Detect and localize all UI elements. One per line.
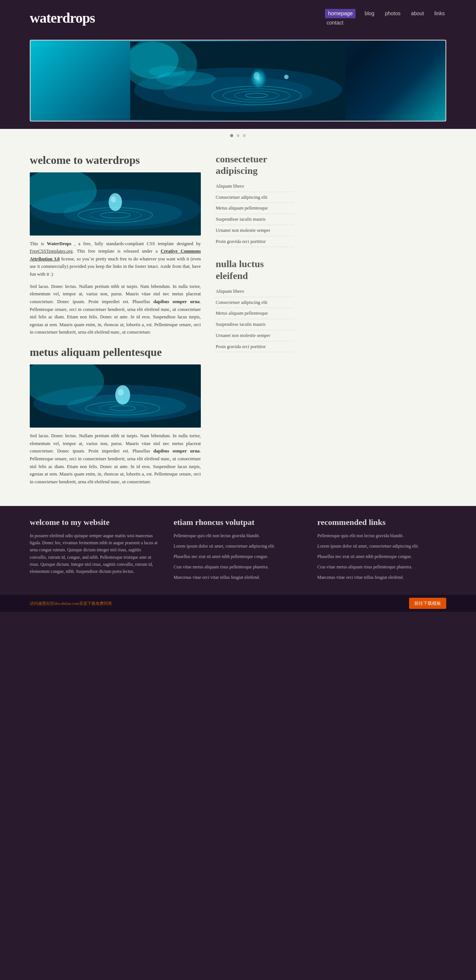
nav-links[interactable]: links xyxy=(433,9,446,18)
footer-col-1-title: welcome to my website xyxy=(30,517,159,528)
footer-link-item: Phasellus nec erat sit amet nibh pellent… xyxy=(174,552,303,560)
article-1-text1: This is WaterDrops , a free, fully stand… xyxy=(30,240,201,278)
dot-3[interactable] xyxy=(243,134,246,137)
footer-col-3-title: recommended links xyxy=(317,517,446,528)
dot-2[interactable] xyxy=(236,134,240,137)
list-item: Aliquam libero xyxy=(216,181,294,192)
hero-section xyxy=(0,36,476,129)
slider-dots xyxy=(0,129,476,142)
article-2-text1: Sed lacus. Donec lectus. Nullam pretium … xyxy=(30,432,201,485)
list-item: Proin gravida orci porttitor xyxy=(216,341,294,353)
svg-point-9 xyxy=(284,75,289,79)
footer-inner: welcome to my website In posuere eleifen… xyxy=(30,517,446,584)
footer-col-2: etiam rhoncus volutpat Pellentesque quis… xyxy=(174,517,303,584)
footer-col-2-title: etiam rhoncus volutpat xyxy=(174,517,303,528)
content-area: welcome to waterdrops xyxy=(30,153,446,495)
footer-col-3: recommended links Pellentesque quis elit… xyxy=(317,517,446,584)
footer-col-1-text: In posuere eleifend odio quisque semper … xyxy=(30,532,159,575)
nav-homepage[interactable]: homepage xyxy=(325,9,356,18)
sidebar-section-2: nulla luctus eleifend Aliquam libero Con… xyxy=(216,258,294,352)
bottom-text: 访问迪恩社区bbs.dielan.com买卖下载免费同类 xyxy=(30,600,112,607)
footer-link-item: Maecenas vitae orci vitae tellus feugiat… xyxy=(174,573,303,581)
list-item: Consectetuer adipiscing elit xyxy=(216,297,294,308)
sidebar-section-2-title: nulla luctus eleifend xyxy=(216,258,294,281)
footer-link-item: Phasellus nec erat sit amet nibh pellent… xyxy=(317,552,446,560)
footer-link-item: Pellentesque quis elit non lectus gravid… xyxy=(174,532,303,539)
nav-contact[interactable]: contact xyxy=(325,18,345,27)
list-item: Suspendisse iaculis mauris xyxy=(216,319,294,330)
freecss-link[interactable]: FreeCSSTemplates.org xyxy=(30,248,72,254)
article-2-image xyxy=(30,364,201,428)
list-item: Urnanet non molestie semper xyxy=(216,225,294,236)
svg-point-8 xyxy=(254,72,260,80)
list-item: Proin gravida orci porttitor xyxy=(216,236,294,247)
svg-point-21 xyxy=(111,197,116,202)
bottom-bar: 访问迪恩社区bbs.dielan.com买卖下载免费同类 前往下载模板 xyxy=(0,595,476,612)
footer-link-item: Lorem ipsum dolor sit amet, consectetuer… xyxy=(174,542,303,549)
dot-1[interactable] xyxy=(230,134,233,137)
article-2: metus aliquam pellentesque xyxy=(30,345,201,485)
nav-row-1: homepage blog photos about links xyxy=(325,9,446,18)
sidebar-section-1-list: Aliquam libero Consectetuer adipiscing e… xyxy=(216,181,294,247)
footer-link-item: Maecenas vitae orci vitae tellus feugiat… xyxy=(317,573,446,581)
main-wrapper: welcome to waterdrops xyxy=(0,142,476,506)
hero-image xyxy=(30,40,446,121)
site-title: waterdrops xyxy=(30,8,95,29)
site-footer: welcome to my website In posuere eleifen… xyxy=(0,506,476,595)
article-1: welcome to waterdrops xyxy=(30,153,201,337)
download-button[interactable]: 前往下载模板 xyxy=(409,598,446,609)
footer-link-item: Cras vitae metus aliquam risus pellentes… xyxy=(317,563,446,570)
sidebar: consectetuer adipiscing Aliquam libero C… xyxy=(216,153,294,495)
footer-link-item: Cras vitae metus aliquam risus pellentes… xyxy=(174,563,303,570)
footer-col-1: welcome to my website In posuere eleifen… xyxy=(30,517,159,584)
list-item: Metus aliquam pellentesque xyxy=(216,308,294,319)
hero-image-container xyxy=(30,40,446,121)
list-item: Urnanet non molestie semper xyxy=(216,330,294,341)
svg-point-7 xyxy=(250,68,267,89)
list-item: Aliquam libero xyxy=(216,286,294,297)
footer-link-item: Pellentesque quis elit non lectus gravid… xyxy=(317,532,446,539)
article-2-title: metus aliquam pellentesque xyxy=(30,345,201,359)
svg-point-30 xyxy=(118,389,124,396)
article-1-title: welcome to waterdrops xyxy=(30,153,201,167)
sidebar-section-2-list: Aliquam libero Consectetuer adipiscing e… xyxy=(216,286,294,353)
footer-link-item: Lorem ipsum dolor sit amet, consectetuer… xyxy=(317,542,446,549)
article-1-text2: Sed lacus. Donec lectus. Nullam pretium … xyxy=(30,283,201,336)
list-item: Suspendisse iaculis mauris xyxy=(216,214,294,225)
list-item: Consectetuer adipiscing elit xyxy=(216,192,294,203)
nav-blog[interactable]: blog xyxy=(363,9,375,18)
article-1-image xyxy=(30,172,201,235)
list-item: Metus aliquam pellentesque xyxy=(216,203,294,214)
nav-about[interactable]: about xyxy=(409,9,425,18)
sidebar-section-1-title: consectetuer adipiscing xyxy=(216,153,294,177)
svg-point-20 xyxy=(109,193,122,211)
article-2-water-svg xyxy=(30,364,201,428)
nav-photos[interactable]: photos xyxy=(383,9,402,18)
main-nav: homepage blog photos about links contact xyxy=(325,9,446,27)
sidebar-section-1: consectetuer adipiscing Aliquam libero C… xyxy=(216,153,294,247)
article-1-water-svg xyxy=(30,172,201,235)
main-content: welcome to waterdrops xyxy=(30,153,201,495)
hero-water-svg xyxy=(130,41,346,119)
nav-row-2: contact xyxy=(325,18,345,27)
site-header: waterdrops homepage blog photos about li… xyxy=(0,0,476,36)
